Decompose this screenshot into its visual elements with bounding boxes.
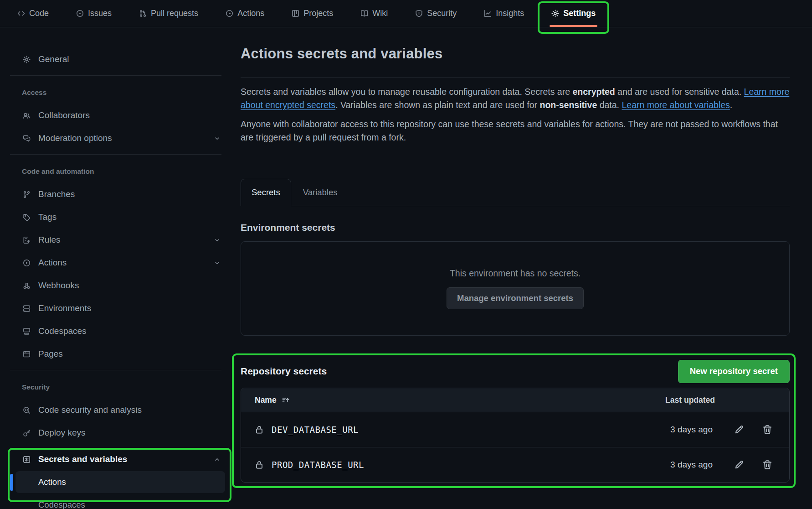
sidebar-item-actions[interactable]: Actions [0, 251, 231, 274]
tab-actions[interactable]: Actions [219, 5, 271, 22]
sidebar-item-label: Deploy keys [38, 428, 86, 438]
divider [241, 77, 790, 78]
shield-icon [415, 10, 423, 17]
link-variables[interactable]: Learn more about variables [622, 100, 730, 110]
sidebar-item-webhooks[interactable]: Webhooks [0, 274, 231, 297]
code-icon [17, 10, 25, 17]
intro-text: . [730, 100, 732, 110]
tab-label: Projects [303, 9, 333, 18]
tag-icon [23, 213, 31, 221]
gear-icon [23, 56, 31, 63]
repository-secrets-header: Repository secrets New repository secret [241, 359, 790, 383]
sidebar-item-pages[interactable]: Pages [0, 343, 231, 365]
sidebar-item-general[interactable]: General [0, 48, 231, 71]
sidebar-item-branches[interactable]: Branches [0, 183, 231, 206]
git-branch-icon [23, 191, 31, 198]
sidebar-item-label: Collaborators [38, 110, 90, 120]
browser-icon [23, 350, 31, 358]
lock-icon [255, 460, 264, 469]
bold-encrypted: encrypted [572, 87, 615, 97]
tab-wiki[interactable]: Wiki [354, 5, 394, 22]
git-pull-request-icon [139, 10, 147, 17]
column-header-last-updated: Last updated [647, 395, 715, 405]
codespaces-icon [23, 327, 31, 335]
sidebar-item-tags[interactable]: Tags [0, 206, 231, 229]
chevron-down-icon [214, 260, 221, 266]
sidebar-section-code-automation: Code and automation [0, 160, 231, 183]
edit-secret-button[interactable] [734, 424, 745, 435]
last-updated-value: 3 days ago [644, 460, 713, 470]
edit-secret-button[interactable] [734, 459, 745, 470]
tab-projects[interactable]: Projects [285, 5, 339, 22]
sidebar-item-label: Codespaces [38, 500, 85, 509]
sidebar-item-label: Environments [38, 303, 91, 313]
chevron-down-icon [214, 237, 221, 244]
divider [10, 75, 221, 76]
column-header-name: Name [255, 395, 277, 405]
chevron-up-icon [214, 456, 221, 463]
webhook-icon [23, 282, 31, 290]
lock-icon [255, 425, 264, 434]
delete-secret-button[interactable] [762, 424, 773, 435]
tab-insights[interactable]: Insights [478, 5, 530, 22]
settings-sidebar: General Access Collaborators Moderation … [0, 27, 231, 509]
sidebar-item-collaborators[interactable]: Collaborators [0, 104, 231, 127]
sidebar-item-deploy-keys[interactable]: Deploy keys [0, 421, 231, 444]
sidebar-item-environments[interactable]: Environments [0, 297, 231, 320]
intro-text: Secrets and variables allow you to manag… [241, 87, 572, 97]
sidebar-subitem-codespaces[interactable]: Codespaces [0, 493, 231, 509]
secret-name: DEV_DATABASE_URL [272, 425, 359, 435]
sort-ascending-icon[interactable] [282, 396, 290, 404]
bold-non-sensitive: non-sensitive [540, 100, 597, 110]
sidebar-item-label: General [38, 54, 69, 64]
selected-indicator-bar [10, 474, 13, 491]
intro-text: and are used for sensitive data. [615, 87, 744, 97]
sidebar-item-rules[interactable]: Rules [0, 229, 231, 251]
sidebar-item-secrets-and-variables[interactable]: Secrets and variables [0, 448, 231, 471]
empty-state-text: This environment has no secrets. [450, 268, 581, 279]
repository-secrets-table: Name Last updated DEV_DATABASE_URL 3 day… [241, 388, 790, 483]
last-updated-value: 3 days ago [644, 425, 713, 435]
environment-secrets-heading: Environment secrets [241, 222, 790, 233]
row-actions [734, 424, 773, 435]
tab-code[interactable]: Code [11, 5, 55, 22]
tab-secrets[interactable]: Secrets [241, 179, 291, 206]
sidebar-item-codespaces[interactable]: Codespaces [0, 320, 231, 343]
trash-icon [762, 424, 773, 435]
sidebar-item-moderation-options[interactable]: Moderation options [0, 127, 231, 150]
repository-secrets-heading: Repository secrets [241, 366, 327, 377]
sidebar-item-label: Actions [38, 477, 66, 487]
sidebar-item-label: Actions [38, 258, 67, 268]
sidebar-item-label: Codespaces [38, 326, 87, 336]
manage-environment-secrets-button[interactable]: Manage environment secrets [447, 287, 584, 309]
secrets-and-variables-group: Secrets and variables Actions [0, 448, 231, 493]
intro-paragraph: Secrets and variables allow you to manag… [241, 85, 790, 112]
code-scan-icon [23, 406, 31, 414]
sidebar-subitem-actions-selected[interactable]: Actions [0, 471, 231, 493]
secrets-variables-tabnav: Secrets Variables [241, 179, 790, 206]
tab-security[interactable]: Security [409, 5, 463, 22]
tab-variables[interactable]: Variables [291, 179, 349, 206]
row-actions [734, 459, 773, 470]
comment-discussion-icon [23, 135, 31, 142]
settings-content: Actions secrets and variables Secrets an… [241, 27, 790, 483]
graph-icon [484, 10, 492, 17]
rules-icon [23, 236, 31, 244]
tab-issues[interactable]: Issues [70, 5, 118, 22]
sidebar-item-label: Pages [38, 349, 63, 359]
intro-text: . Variables are shown as plain text and … [335, 100, 540, 110]
sidebar-item-code-security[interactable]: Code security and analysis [0, 399, 231, 421]
delete-secret-button[interactable] [762, 459, 773, 470]
tab-label: Code [29, 9, 49, 18]
tab-label: Pull requests [151, 9, 198, 18]
tab-settings[interactable]: Settings [545, 5, 602, 22]
tab-pull-requests[interactable]: Pull requests [133, 5, 205, 22]
new-repository-secret-button[interactable]: New repository secret [678, 360, 790, 383]
server-icon [23, 305, 31, 312]
issue-opened-icon [76, 10, 84, 17]
sidebar-item-label: Code security and analysis [38, 405, 142, 415]
people-icon [23, 112, 31, 119]
pencil-icon [734, 459, 745, 470]
sidebar-section-security: Security [0, 376, 231, 399]
intro-text: data. [597, 100, 622, 110]
